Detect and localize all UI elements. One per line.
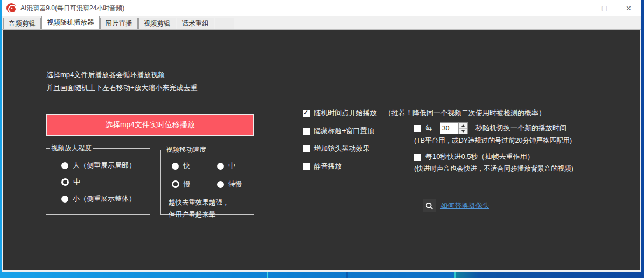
radio-zoom-small[interactable]: 小（侧重展示整体）: [61, 194, 136, 204]
window-controls: — ▢ ✕: [568, 0, 641, 16]
spin-up-icon[interactable]: [459, 123, 467, 129]
taskbar-segment-divider: [346, 272, 348, 278]
checkbox-interval-switch[interactable]: 每 秒随机切换一个新的播放时间: [414, 122, 566, 134]
intro-line-1: 选择mp4文件后播放器会循环播放视频: [46, 68, 198, 81]
interval-spinbox[interactable]: [440, 122, 468, 134]
interval-note: (TB平台用，或DY违规过的号过前20分钟严格匹配用): [414, 136, 572, 145]
radio-indicator: [217, 163, 224, 170]
minimize-button[interactable]: —: [568, 0, 592, 16]
spin-buttons: [458, 123, 467, 134]
tab-video-edit[interactable]: 视频剪辑: [138, 18, 176, 29]
checkbox-label: 每10秒快进0.5秒（抽帧去重作用）: [425, 152, 534, 162]
tab-script-remix[interactable]: 话术重组: [177, 18, 214, 29]
radio-label: 特慢: [228, 179, 242, 189]
taskbar-segment-divider: [267, 272, 268, 278]
app-window: AI混剪器9.0(每日可混剪24小时音频) — ▢ ✕ 音频剪辑 视频随机播放器…: [2, 0, 641, 272]
radio-indicator: [61, 196, 68, 203]
radio-indicator-selected: [172, 180, 179, 188]
radio-indicator: [61, 162, 68, 169]
checkbox-random-start-time[interactable]: 随机时间点开始播放 （推荐！降低同一个视频二次使用时被检测的概率）: [303, 108, 545, 118]
radio-label: 慢: [184, 179, 191, 189]
radio-zoom-large[interactable]: 大（侧重展示局部）: [61, 161, 136, 170]
checkbox-indicator: [414, 125, 421, 132]
checkbox-camera-shake[interactable]: 增加镜头晃动效果: [303, 144, 370, 154]
interval-prefix: 每: [425, 123, 432, 133]
spin-down-icon[interactable]: [459, 129, 467, 134]
close-button[interactable]: ✕: [617, 0, 641, 16]
intro-text: 选择mp4文件后播放器会循环播放视频 并且画面随机上下左右移动+放大缩小来完成去…: [46, 68, 198, 94]
desktop-background: AI混剪器9.0(每日可混剪24小时音频) — ▢ ✕ 音频剪辑 视频随机播放器…: [0, 0, 644, 278]
search-icon: [423, 199, 436, 212]
window-title: AI混剪器9.0(每日可混剪24小时音频): [20, 4, 124, 13]
checkbox-hide-title-topmost[interactable]: 隐藏标题+窗口置顶: [303, 126, 374, 136]
maximize-button[interactable]: ▢: [592, 0, 617, 16]
radio-speed-very-slow[interactable]: 特慢: [217, 179, 242, 189]
titlebar: AI混剪器9.0(每日可混剪24小时音频) — ▢ ✕: [2, 0, 641, 16]
checkbox-indicator: [303, 145, 310, 152]
checkbox-label: 隐藏标题+窗口置顶: [314, 126, 374, 136]
checkbox-note: （推荐！降低同一个视频二次使用时被检测的概率）: [384, 108, 545, 118]
speed-note: 越快去重效果越强， 但用户看起来晕: [169, 197, 229, 220]
checkbox-indicator-checked: [303, 110, 310, 117]
camera-help-link[interactable]: 如何替换摄像头: [440, 201, 489, 211]
checkbox-indicator: [303, 128, 310, 135]
radio-label: 中: [73, 177, 80, 187]
checkbox-indicator: [303, 163, 310, 170]
interval-value-input[interactable]: [440, 123, 458, 134]
move-speed-group: 视频移动速度 快 中 慢 特: [160, 150, 254, 215]
tab-stub: [215, 18, 234, 29]
checkbox-label: 随机时间点开始播放: [314, 108, 377, 118]
radio-indicator-selected: [61, 178, 69, 186]
speed-note-line-2: 但用户看起来晕: [169, 208, 229, 220]
video-random-player-panel: 选择mp4文件后播放器会循环播放视频 并且画面随机上下左右移动+放大缩小来完成去…: [3, 30, 640, 270]
radio-zoom-medium[interactable]: 中: [61, 177, 80, 187]
radio-speed-fast[interactable]: 快: [172, 161, 217, 171]
move-speed-group-title: 视频移动速度: [164, 145, 208, 155]
radio-speed-slow[interactable]: 慢: [172, 179, 217, 189]
checkbox-indicator: [414, 154, 421, 161]
camera-help-row: 如何替换摄像头: [423, 199, 489, 212]
radio-indicator: [172, 163, 179, 170]
select-mp4-button[interactable]: 选择mp4文件实时位移播放: [46, 114, 254, 136]
tab-audio-edit[interactable]: 音频剪辑: [3, 18, 41, 29]
checkbox-mute-playback[interactable]: 静音播放: [303, 162, 342, 171]
intro-line-2: 并且画面随机上下左右移动+放大缩小来完成去重: [46, 81, 198, 94]
skip-note: (快进时声音也会快进，不适合同步播放背景音的视频): [414, 164, 573, 173]
radio-speed-medium[interactable]: 中: [217, 161, 242, 171]
radio-label: 大（侧重展示局部）: [73, 161, 136, 170]
radio-indicator: [217, 181, 224, 188]
zoom-level-group: 视频放大程度 大（侧重展示局部） 中 小（侧重展示整体）: [46, 148, 150, 215]
zoom-level-group-title: 视频放大程度: [50, 144, 93, 153]
radio-label: 快: [183, 161, 190, 171]
radio-label: 小（侧重展示整体）: [73, 194, 136, 204]
tab-bar: 音频剪辑 视频随机播放器 图片直播 视频剪辑 话术重组: [2, 16, 641, 30]
radio-label: 中: [228, 161, 235, 171]
taskbar-segment: [456, 272, 644, 278]
checkbox-skip-forward[interactable]: 每10秒快进0.5秒（抽帧去重作用）: [414, 152, 534, 162]
interval-suffix: 秒随机切换一个新的播放时间: [475, 123, 566, 133]
checkbox-label: 增加镜头晃动效果: [314, 144, 370, 154]
tab-video-random-player[interactable]: 视频随机播放器: [41, 16, 100, 29]
speed-note-line-1: 越快去重效果越强，: [169, 197, 229, 208]
tab-image-live[interactable]: 图片直播: [100, 18, 138, 29]
move-speed-options: 快 中 慢 特慢: [172, 161, 242, 189]
checkbox-label: 静音播放: [314, 162, 342, 171]
app-logo-icon: [6, 3, 16, 13]
